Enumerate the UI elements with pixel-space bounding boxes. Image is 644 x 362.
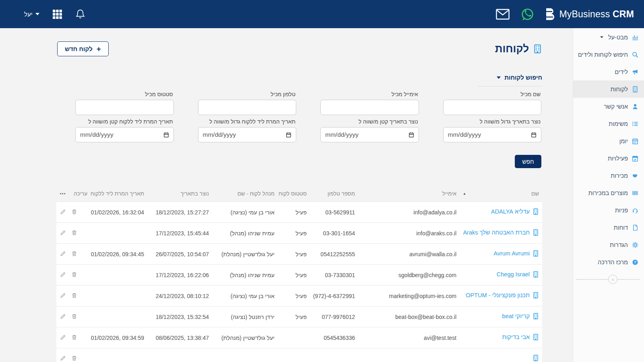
sidebar-item-sale-products[interactable]: מוצרים במכירות [573,184,644,202]
cell-actions [56,286,91,306]
cell-name: אבי בדיקות [460,327,542,348]
cell-converted: 01/02/2026, 09:34:59 [91,327,147,348]
sidebar-item-label: מרכז הדרכה [598,259,628,265]
customer-name-link[interactable]: אבי בדיקות [502,334,539,340]
sidebar-item-sales[interactable]: מכירות [573,167,644,184]
delete-trash-icon[interactable] [71,209,77,215]
filter-text-input[interactable] [75,100,174,115]
customer-name-link[interactable]: תכנון פונקציונלי - OPTUM [466,292,539,298]
customer-name-link[interactable]: עדליא ADALYA [491,208,539,215]
column-header-converted[interactable]: תאריך המרת ליד ללקוח [91,185,147,202]
cell-status [278,327,310,348]
envelope-icon[interactable] [496,9,510,20]
bell-icon[interactable] [75,9,85,20]
table-row: Chegg Israelsgoldberg@chegg.com03-733030… [56,265,542,286]
delete-trash-icon[interactable] [71,355,77,361]
cell-name: חברת האבטחה שלך Araks [460,223,542,244]
sidebar-item-contacts[interactable]: אנשי קשר [573,98,644,115]
sidebar-item-activities[interactable]: פעילויות [573,150,644,167]
user-menu[interactable]: יעל [24,11,39,18]
cell-converted: 01/02/2026, 09:34:45 [91,244,147,265]
column-header-created[interactable]: נוצר בתאריך [147,185,212,202]
help-icon: ? [632,259,638,265]
calendar-icon [531,132,537,138]
date-placeholder: mm/dd/yyyy [448,131,481,138]
brand-logo[interactable]: MyBusiness CRM [545,8,634,21]
search-section-toggle[interactable]: חיפוש לקוחות [497,74,542,81]
caret-down-icon [497,76,501,79]
delete-trash-icon[interactable] [71,251,77,257]
filter-text-input[interactable] [198,100,297,115]
edit-pencil-icon[interactable] [60,272,66,278]
delete-trash-icon[interactable] [71,272,77,278]
column-header-name[interactable]: שם▲ [460,185,542,202]
filter-text-input[interactable] [443,100,542,115]
sidebar-item-settings[interactable]: הגדרות [573,236,644,253]
caret-down-icon [35,13,39,15]
cell-actions [56,244,91,265]
date-placeholder: mm/dd/yyyy [203,131,236,138]
cell-created: 17/12/2023, 16:22:06 [147,265,212,286]
sidebar-item-leads[interactable]: לידים [573,63,644,80]
chevron-right-icon[interactable]: › [608,275,617,284]
edit-pencil-icon[interactable] [60,292,66,298]
svg-text:?: ? [634,260,636,264]
sidebar-item-customers[interactable]: לקוחות [573,80,644,98]
edit-pencil-icon[interactable] [60,209,66,215]
sidebar-item-label: מוצרים במכירות [588,190,628,196]
cell-email [358,348,460,362]
customer-name-link[interactable]: קריוקי beat [502,313,539,319]
edit-pencil-icon[interactable] [60,313,66,319]
column-header-actions[interactable]: ⋯עריכה [56,185,91,202]
sidebar-item-reports[interactable]: דוחות [573,219,644,236]
new-customer-button[interactable]: + לקוח חדש [57,41,109,56]
column-menu-icon[interactable]: ⋯ [60,193,66,195]
sidebar-item-label: חיפוש לקוחות ולידים [578,51,628,58]
cell-actions [56,306,91,327]
sidebar-item-search-customers-leads[interactable]: חיפוש לקוחות ולידים [573,46,644,63]
cell-created: 18/12/2023, 15:32:54 [147,306,212,327]
cell-email: info@araks.co.il [358,223,460,244]
delete-trash-icon[interactable] [71,292,77,298]
caret-down-icon [600,36,603,38]
delete-trash-icon[interactable] [71,230,77,236]
sidebar-nav: מבט-עלחיפוש לקוחות ולידיםלידיםלקוחותאנשי… [573,29,644,271]
delete-trash-icon[interactable] [71,334,77,340]
cell-phone: 03-7330301 [310,265,358,286]
sidebar-item-overview[interactable]: מבט-על [573,29,644,46]
sidebar-item-inquiries[interactable]: פניות [573,202,644,219]
customer-name-link[interactable]: Avrum Avrumi [493,250,539,257]
filter-date-input[interactable]: mm/dd/yyyy [75,127,174,142]
customer-name-link[interactable]: Chegg Israel [497,271,539,278]
filter-date-input[interactable]: mm/dd/yyyy [198,127,297,142]
building-icon [533,271,539,278]
search-button[interactable]: חפש [515,155,541,168]
sidebar-item-label: הגדרות [610,242,628,248]
delete-trash-icon[interactable] [71,313,77,319]
filter-date-input[interactable]: mm/dd/yyyy [443,127,542,142]
cell-phone: 05412252555 [310,244,358,265]
edit-pencil-icon[interactable] [60,230,66,236]
filter-label: טלפון מכיל [199,91,296,97]
column-header-status[interactable]: סטטוס לקוח [278,185,310,202]
sidebar: מבט-עלחיפוש לקוחות ולידיםלידיםלקוחותאנשי… [573,28,644,362]
filter-date-input[interactable]: mm/dd/yyyy [320,127,419,142]
cell-actions [56,348,91,362]
column-header-email[interactable]: אימייל [358,185,460,202]
grid-icon[interactable] [52,9,62,19]
divider [478,86,542,86]
edit-pencil-icon[interactable] [60,251,66,257]
column-header-phone[interactable]: מספר טלפון [310,185,358,202]
edit-pencil-icon[interactable] [60,334,66,340]
whatsapp-icon[interactable] [521,8,534,21]
sidebar-item-help-center[interactable]: ?מרכז הדרכה [573,253,644,271]
customer-name-link[interactable] [530,355,539,361]
filter-column-2: אימייל מכילנוצר בתאריך קטן מ/שווה לmm/dd… [320,87,419,142]
customer-name-link[interactable]: חברת האבטחה שלך Araks [463,229,539,236]
column-header-manager[interactable]: מנהל לקוח - שם [212,185,278,202]
sidebar-item-tasks[interactable]: משימות [573,115,644,132]
sidebar-item-calendar[interactable]: יומן [573,132,644,150]
edit-pencil-icon[interactable] [60,355,66,361]
barcode-icon [632,189,638,196]
filter-text-input[interactable] [320,100,419,115]
